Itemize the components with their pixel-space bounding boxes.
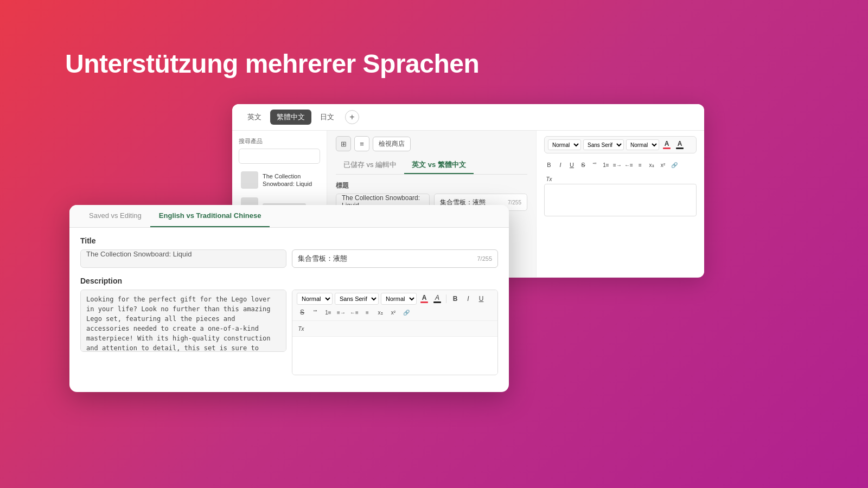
back-underline-button[interactable]: U — [567, 160, 577, 170]
front-editor-toolbar: Normal Sans Serif Normal A — [292, 290, 498, 375]
lang-tab-en[interactable]: 英文 — [241, 110, 268, 125]
search-products-label: 搜尋產品 — [239, 137, 320, 145]
front-desc-en-textarea[interactable]: Looking for the perfect gift for the Leg… — [80, 290, 286, 352]
back-title-label: 標題 — [336, 181, 527, 190]
back-right-toolbar: Normal Sans Serif Normal A A — [544, 136, 697, 153]
back-quote-button[interactable]: “” — [590, 160, 599, 170]
tab-front-en-vs-zh[interactable]: English vs Traditional Chinese — [150, 205, 270, 227]
tab-front-saved-vs-editing[interactable]: Saved vs Editing — [80, 205, 150, 227]
back-sub-button[interactable]: x₂ — [647, 160, 656, 170]
front-ol-button[interactable]: 1≡ — [323, 307, 334, 318]
back-size-select[interactable]: Normal — [626, 139, 659, 150]
front-bold-button[interactable]: B — [450, 293, 461, 304]
list-view-button[interactable]: ≡ — [354, 136, 369, 151]
lang-tab-zh[interactable]: 繁體中文 — [270, 110, 311, 125]
front-card-body: Title The Collection Snowboard: Liquid 集… — [69, 228, 509, 384]
front-title-zh-input[interactable]: 集合雪板：液態 7/255 — [292, 249, 498, 268]
back-format-buttons: B I U S “” 1≡ ≡→ ←≡ ≡ x₂ x² 🔗 — [544, 158, 697, 172]
front-desc-right: Normal Sans Serif Normal A — [292, 290, 498, 375]
front-title-char-count: 7/255 — [477, 255, 492, 262]
front-sup-button[interactable]: x² — [388, 307, 399, 318]
back-title-char-count: 7/255 — [508, 200, 521, 206]
front-underline-button[interactable]: U — [476, 293, 487, 304]
front-desc-label: Description — [80, 277, 498, 285]
back-style-select[interactable]: Normal — [548, 139, 581, 150]
front-font-select[interactable]: Sans Serif — [335, 293, 379, 305]
back-italic-button[interactable]: I — [556, 160, 565, 170]
back-toolbar: ⊞ ≡ 檢視商店 — [336, 136, 527, 151]
back-clear-format-button[interactable]: Tx — [544, 174, 554, 184]
back-card-header: 英文 繁體中文 日文 + — [232, 104, 704, 131]
front-link-button[interactable]: 🔗 — [401, 307, 412, 318]
front-style-select[interactable]: Normal — [297, 293, 333, 305]
front-card-tabs: Saved vs Editing English vs Traditional … — [69, 205, 509, 228]
front-desc-left: Looking for the perfect gift for the Leg… — [80, 290, 286, 375]
add-language-button[interactable]: + — [345, 110, 359, 124]
back-list-outdent-button[interactable]: ←≡ — [624, 160, 634, 170]
front-title-en-input[interactable]: The Collection Snowboard: Liquid — [80, 249, 286, 268]
front-editor-content-area[interactable] — [292, 337, 497, 375]
page-title: Unterstützung mehrerer Sprachen — [65, 49, 479, 79]
grid-view-button[interactable]: ⊞ — [336, 136, 351, 151]
front-title-zh-text: 集合雪板：液態 — [298, 254, 347, 264]
back-link-button[interactable]: 🔗 — [669, 160, 679, 170]
front-italic-button[interactable]: I — [463, 293, 474, 304]
product-thumbnail-1 — [241, 171, 258, 189]
back-font-select[interactable]: Sans Serif — [583, 139, 624, 150]
front-editor-toolbar-row2: Tx — [292, 321, 497, 337]
back-strikethrough-button[interactable]: S — [578, 160, 588, 170]
back-sup-button[interactable]: x² — [658, 160, 668, 170]
front-sub-button[interactable]: x₂ — [375, 307, 386, 318]
front-align-button[interactable]: ≡ — [362, 307, 373, 318]
tab-saved-vs-editing[interactable]: 已儲存 vs 編輯中 — [336, 157, 404, 174]
front-clear-format-button[interactable]: Tx — [296, 323, 307, 334]
lang-tab-ja[interactable]: 日文 — [314, 110, 341, 125]
front-outdent-button[interactable]: ←≡ — [349, 307, 360, 318]
front-bg-color-button[interactable]: A — [432, 294, 443, 303]
product-name-1: The Collection Snowboard: Liquid — [263, 172, 318, 188]
back-card-tabs: 已儲存 vs 編輯中 英文 vs 繁體中文 — [336, 157, 527, 175]
front-title-row: The Collection Snowboard: Liquid 集合雪板：液態… — [80, 249, 498, 268]
front-quote-button[interactable]: “” — [310, 307, 321, 318]
front-editor-toolbar-top: Normal Sans Serif Normal A — [292, 290, 497, 321]
view-store-button[interactable]: 檢視商店 — [373, 137, 411, 151]
front-strikethrough-button[interactable]: S — [297, 307, 308, 318]
front-indent-button[interactable]: ≡→ — [336, 307, 347, 318]
front-desc-row: Looking for the perfect gift for the Leg… — [80, 290, 498, 375]
front-size-select[interactable]: Normal — [381, 293, 417, 305]
front-font-color-button[interactable]: A — [419, 294, 430, 303]
back-bold-button[interactable]: B — [544, 160, 554, 170]
toolbar-divider — [446, 294, 446, 303]
back-font-color-button[interactable]: A — [661, 140, 672, 149]
back-list-ordered-button[interactable]: 1≡ — [601, 160, 611, 170]
product-list-item-1[interactable]: The Collection Snowboard: Liquid — [239, 168, 320, 192]
back-editor-content-area[interactable] — [544, 184, 697, 216]
front-title-label: Title — [80, 236, 498, 245]
tab-en-vs-zh[interactable]: 英文 vs 繁體中文 — [404, 157, 474, 174]
back-list-indent-button[interactable]: ≡→ — [612, 160, 622, 170]
back-right-panel: Normal Sans Serif Normal A A B — [536, 131, 704, 277]
front-card: Saved vs Editing English vs Traditional … — [69, 205, 509, 392]
search-products-input[interactable] — [239, 149, 320, 164]
back-align-button[interactable]: ≡ — [635, 160, 645, 170]
back-bg-color-button[interactable]: A — [674, 140, 685, 149]
